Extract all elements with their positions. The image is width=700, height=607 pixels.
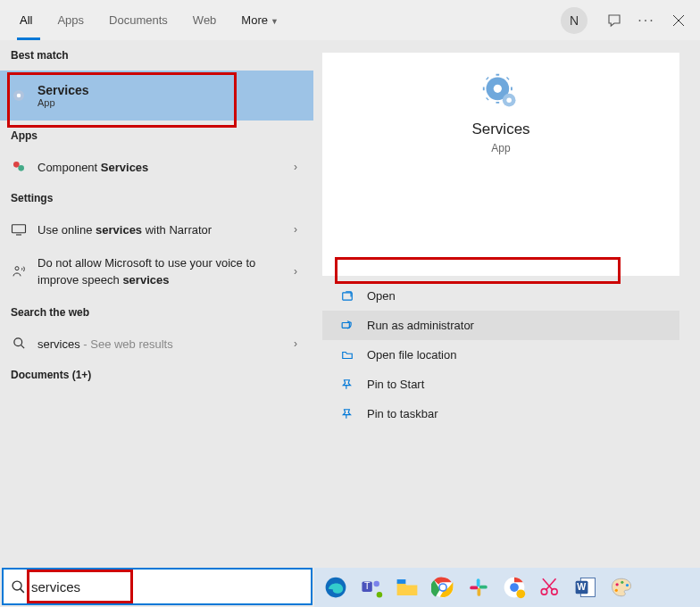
- svg-rect-24: [479, 586, 488, 589]
- result-web-search[interactable]: services - See web results ›: [0, 328, 313, 360]
- section-best-match: Best match: [0, 40, 313, 71]
- tab-apps[interactable]: Apps: [45, 4, 96, 36]
- svg-point-13: [12, 581, 21, 590]
- chevron-down-icon: ▼: [271, 17, 279, 26]
- result-services-app[interactable]: Services App: [0, 71, 313, 121]
- chrome-icon[interactable]: [429, 573, 457, 602]
- action-open[interactable]: Open: [322, 281, 679, 311]
- person-icon: [11, 264, 27, 279]
- user-avatar[interactable]: N: [561, 7, 588, 34]
- svg-point-3: [18, 165, 24, 171]
- explorer-icon[interactable]: [393, 573, 421, 602]
- result-narrator-services[interactable]: Use online services with Narrator ›: [0, 213, 313, 245]
- svg-point-10: [506, 97, 512, 103]
- close-icon[interactable]: [664, 6, 693, 35]
- svg-point-28: [510, 583, 519, 592]
- edge-icon[interactable]: [321, 573, 350, 602]
- tab-more[interactable]: More▼: [229, 4, 291, 36]
- filter-tabs: All Apps Documents Web More▼ N ···: [0, 0, 700, 40]
- action-open-location[interactable]: Open file location: [322, 340, 679, 370]
- action-label: Run as administrator: [367, 319, 474, 332]
- action-pin-taskbar[interactable]: Pin to taskbar: [322, 399, 679, 428]
- pin-icon: [340, 408, 354, 420]
- svg-rect-26: [470, 586, 478, 590]
- svg-point-35: [616, 583, 619, 586]
- result-label: Component Services: [38, 160, 283, 174]
- action-label: Open file location: [367, 348, 456, 362]
- gear-icon: [11, 87, 27, 104]
- svg-point-37: [626, 584, 629, 586]
- search-input[interactable]: [26, 579, 304, 595]
- section-settings: Settings: [0, 183, 313, 213]
- open-icon: [340, 290, 354, 303]
- svg-point-22: [440, 585, 446, 591]
- tab-web[interactable]: Web: [180, 4, 229, 36]
- chrome-canary-icon[interactable]: [500, 573, 529, 602]
- paint-icon[interactable]: [607, 573, 636, 602]
- svg-rect-19: [397, 579, 406, 584]
- svg-rect-23: [477, 578, 480, 586]
- result-label: Use online services with Narrator: [38, 222, 283, 237]
- section-apps: Apps: [0, 121, 313, 151]
- result-subtitle: App: [38, 97, 303, 108]
- svg-point-8: [494, 85, 502, 93]
- svg-text:T: T: [364, 580, 371, 591]
- result-component-services[interactable]: Component Services ›: [0, 151, 313, 183]
- svg-point-38: [615, 589, 618, 592]
- component-icon: [11, 160, 27, 174]
- preview-panel: Services App Open Run as administrator O…: [313, 40, 700, 562]
- svg-point-17: [373, 581, 379, 587]
- teams-icon[interactable]: T: [357, 573, 386, 602]
- svg-rect-25: [478, 588, 481, 596]
- result-speech-services[interactable]: Do not allow Microsoft to use your voice…: [0, 245, 313, 297]
- svg-text:W: W: [577, 581, 586, 592]
- gear-icon: [481, 72, 521, 112]
- svg-point-36: [621, 581, 623, 584]
- more-icon[interactable]: ···: [632, 6, 661, 35]
- action-label: Pin to Start: [367, 378, 424, 391]
- action-label: Open: [367, 289, 396, 303]
- taskbar: T W: [314, 568, 700, 607]
- result-title: Services: [38, 83, 303, 97]
- word-icon[interactable]: W: [571, 573, 600, 602]
- action-run-admin[interactable]: Run as administrator: [322, 311, 679, 340]
- tab-all[interactable]: All: [7, 4, 45, 36]
- svg-point-5: [15, 267, 19, 270]
- chevron-right-icon: ›: [294, 223, 303, 236]
- monitor-icon: [11, 223, 27, 236]
- svg-point-6: [13, 338, 21, 346]
- action-list: Open Run as administrator Open file loca…: [322, 281, 679, 428]
- active-tab-indicator: [17, 37, 40, 40]
- result-label: Do not allow Microsoft to use your voice…: [38, 254, 283, 288]
- section-documents: Documents (1+): [0, 360, 313, 390]
- preview-title: Services: [322, 121, 679, 138]
- svg-point-2: [13, 162, 20, 168]
- result-label: services - See web results: [38, 337, 283, 351]
- preview-subtitle: App: [322, 142, 679, 154]
- search-bar[interactable]: [2, 568, 312, 605]
- search-icon: [11, 579, 26, 595]
- slack-icon[interactable]: [464, 573, 493, 602]
- snip-icon[interactable]: [536, 573, 564, 602]
- feedback-icon[interactable]: [600, 6, 629, 35]
- pin-icon: [340, 378, 354, 391]
- chevron-right-icon: ›: [294, 265, 303, 278]
- action-pin-start[interactable]: Pin to Start: [322, 370, 679, 399]
- svg-point-1: [17, 94, 21, 98]
- action-label: Pin to taskbar: [367, 407, 438, 420]
- section-search-web: Search the web: [0, 297, 313, 328]
- tab-documents[interactable]: Documents: [96, 4, 180, 36]
- svg-rect-12: [342, 322, 349, 328]
- svg-point-29: [516, 589, 525, 598]
- shield-icon: [340, 320, 354, 332]
- chevron-right-icon: ›: [294, 337, 303, 350]
- chevron-right-icon: ›: [294, 161, 303, 173]
- results-panel: Best match Services App Apps Component S…: [0, 40, 313, 562]
- preview-card: Services App: [322, 53, 679, 276]
- search-icon: [11, 337, 27, 350]
- folder-icon: [340, 349, 354, 362]
- svg-point-18: [377, 592, 383, 598]
- svg-rect-4: [12, 225, 26, 233]
